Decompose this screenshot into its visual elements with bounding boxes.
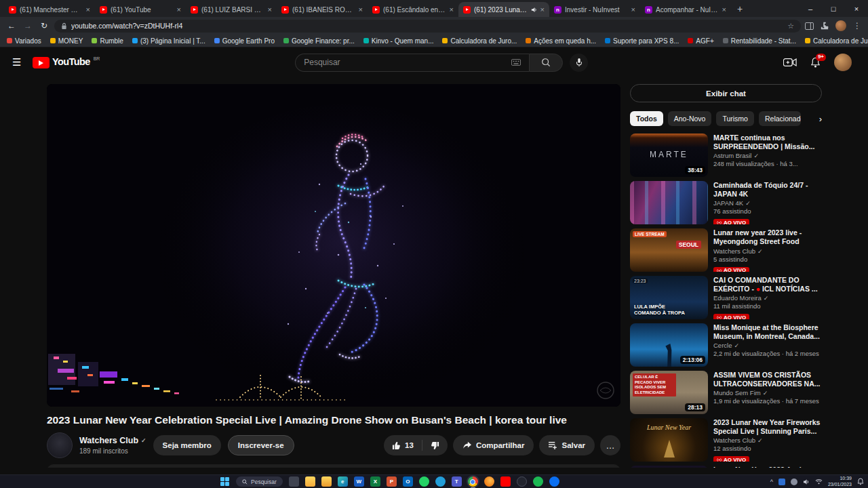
video-player[interactable]	[47, 84, 620, 407]
tab-close-icon[interactable]: ×	[631, 6, 635, 14]
wifi-icon[interactable]	[815, 479, 823, 485]
chip-relacionados[interactable]: Relacionados	[759, 111, 801, 126]
edge-icon[interactable]	[338, 476, 348, 487]
taskbar-search[interactable]: Pesquisar	[236, 476, 283, 487]
video-thumbnail[interactable]	[630, 181, 708, 224]
browser-tab-8[interactable]: Acompanhar - NuInvest ×	[640, 2, 731, 17]
voice-search-button[interactable]	[570, 54, 588, 72]
word-icon[interactable]	[354, 476, 364, 487]
back-button[interactable]: ←	[5, 21, 18, 30]
tray-expand-icon[interactable]: ^	[770, 479, 773, 485]
tab-close-icon[interactable]: ×	[722, 6, 726, 14]
video-thumbnail[interactable]: 2:13:06	[630, 323, 708, 367]
excel-icon[interactable]	[370, 476, 380, 487]
volume-icon[interactable]	[803, 479, 810, 485]
create-video-icon[interactable]	[783, 58, 797, 67]
bookmark-item[interactable]: Kinvo - Quem man...	[363, 37, 434, 45]
bookmark-item[interactable]: Calculadora de Juro...	[442, 37, 517, 45]
file-explorer-icon[interactable]	[305, 476, 315, 487]
browser-tab-2[interactable]: (61) YouTube ×	[95, 2, 186, 17]
tab-close-icon[interactable]: ×	[450, 6, 454, 14]
youtube-logo[interactable]: YouTube BR	[33, 56, 100, 68]
taskbar-clock[interactable]: 10:39 23/01/2023	[828, 476, 852, 488]
tab-close-icon[interactable]: ×	[86, 6, 90, 14]
firefox-icon[interactable]	[484, 476, 494, 487]
bookmark-item[interactable]: Calculadora de Juro...	[805, 37, 868, 45]
side-panel-icon[interactable]	[805, 22, 814, 30]
more-actions-button[interactable]: …	[600, 435, 620, 455]
outlook-icon[interactable]	[403, 476, 413, 487]
video-thumbnail[interactable]: LIVE STREAM SEOUL	[630, 228, 708, 272]
bookmark-item[interactable]: Google Earth Pro	[214, 37, 275, 45]
dislike-button[interactable]	[422, 441, 448, 450]
browser-tab-5[interactable]: (61) Escândalo envolve Ita ×	[368, 2, 458, 17]
start-button[interactable]	[220, 476, 230, 487]
related-video-6[interactable]: CELULAR É PECADO VIVER ISOLADOS SEM ELET…	[630, 371, 822, 414]
video-thumbnail[interactable]: MARTE 38:43	[630, 134, 708, 177]
video-thumbnail[interactable]: Lunar New Year	[630, 418, 708, 462]
tray-app-icon[interactable]	[778, 479, 785, 485]
search-input[interactable]	[304, 58, 506, 67]
join-button[interactable]: Seja membro	[153, 435, 221, 455]
description-box[interactable]: 8 assistindo agora Transmissão iniciada …	[47, 464, 620, 468]
obs-icon[interactable]	[517, 476, 527, 487]
related-video-5[interactable]: 2:13:06 Miss Monique at the Biosphere Mu…	[630, 323, 822, 367]
bookmark-item[interactable]: (3) Página Inicial | T...	[132, 37, 205, 45]
chip-ano-novo[interactable]: Ano-Novo	[668, 111, 712, 126]
video-thumbnail[interactable]: CELULAR É PECADO VIVER ISOLADOS SEM ELET…	[630, 371, 708, 414]
address-bar[interactable]: youtube.com/watch?v=zDtHUHf-rl4 ☆	[54, 20, 801, 33]
reload-button[interactable]: ↻	[38, 21, 50, 30]
video-thumbnail[interactable]: 23:23 LULA IMPÕE COMANDO À TROPA	[630, 276, 708, 319]
related-video-2[interactable]: Caminhada de Tóquio 24/7 - JAPAN 4K JAPA…	[630, 181, 822, 224]
browser-tab-7[interactable]: Investir - NuInvest ×	[549, 2, 640, 17]
save-button[interactable]: Salvar	[539, 435, 595, 455]
chrome-icon[interactable]	[468, 476, 478, 487]
shazam-icon[interactable]	[549, 476, 559, 487]
whatsapp-icon[interactable]	[419, 476, 429, 487]
bookmark-star-icon[interactable]: ☆	[787, 22, 794, 30]
like-button[interactable]: 13	[384, 440, 422, 451]
telegram-icon[interactable]	[435, 476, 446, 487]
bookmark-item[interactable]: Suporte para XPS 8...	[605, 37, 679, 45]
bookmark-item[interactable]: Ações em queda h...	[526, 37, 596, 45]
video-thumbnail[interactable]	[630, 466, 708, 468]
search-button[interactable]	[529, 54, 563, 72]
browser-tab-active[interactable]: (61) 2023 Lunar New Y ×	[458, 2, 549, 17]
subscribe-button[interactable]: Inscrever-se	[228, 435, 294, 455]
tab-close-icon[interactable]: ×	[177, 6, 181, 14]
teams-icon[interactable]	[452, 476, 462, 487]
bookmark-folder[interactable]: MONEY	[50, 37, 83, 45]
bookmark-item[interactable]: Rentabilidade - Stat...	[723, 37, 796, 45]
powerpoint-icon[interactable]	[387, 476, 397, 487]
keyboard-icon[interactable]	[511, 59, 521, 66]
browser-menu-icon[interactable]: ⋮	[853, 21, 861, 30]
tab-close-icon[interactable]: ×	[268, 6, 272, 14]
tab-close-icon[interactable]: ×	[359, 6, 363, 14]
task-view-icon[interactable]	[289, 476, 299, 487]
bookmark-item[interactable]: AGF+	[688, 37, 713, 45]
notification-center-icon[interactable]	[857, 478, 864, 485]
share-button[interactable]: Compartilhar	[453, 435, 534, 455]
bookmark-item[interactable]: Rumble	[92, 37, 123, 45]
new-tab-button[interactable]: +	[732, 1, 747, 16]
forward-button[interactable]: →	[22, 21, 34, 30]
chip-turismo[interactable]: Turismo	[716, 111, 754, 126]
browser-profile-avatar[interactable]	[835, 20, 846, 31]
extensions-puzzle-icon[interactable]	[821, 22, 829, 30]
related-video-4[interactable]: 23:23 LULA IMPÕE COMANDO À TROPA CAI O C…	[630, 276, 822, 319]
tab-audio-icon[interactable]	[531, 7, 537, 13]
spotify-icon[interactable]	[533, 476, 543, 487]
related-video-1[interactable]: MARTE 38:43 MARTE continua nos SURPREEND…	[630, 134, 822, 177]
tray-app-icon[interactable]	[791, 479, 797, 485]
folder-icon[interactable]	[321, 476, 332, 487]
window-close-button[interactable]: ×	[845, 0, 868, 17]
related-video-7[interactable]: Lunar New Year 2023 Lunar New Year Firew…	[630, 418, 822, 462]
bookmark-item[interactable]: Google Finance: pr...	[283, 37, 355, 45]
bookmark-folder[interactable]: Variados	[7, 37, 41, 45]
show-chat-button[interactable]: Exibir chat	[630, 84, 822, 102]
related-video-3[interactable]: LIVE STREAM SEOUL Lunar new year 2023 li…	[630, 228, 822, 272]
browser-tab-3[interactable]: (61) LUIZ BARSI E A MÁGICA ×	[186, 2, 277, 17]
tab-close-icon[interactable]: ×	[540, 6, 545, 14]
window-minimize-button[interactable]: –	[799, 0, 822, 17]
related-video-8[interactable]: Lunar New Year 2023 Acabou...	[630, 466, 822, 468]
